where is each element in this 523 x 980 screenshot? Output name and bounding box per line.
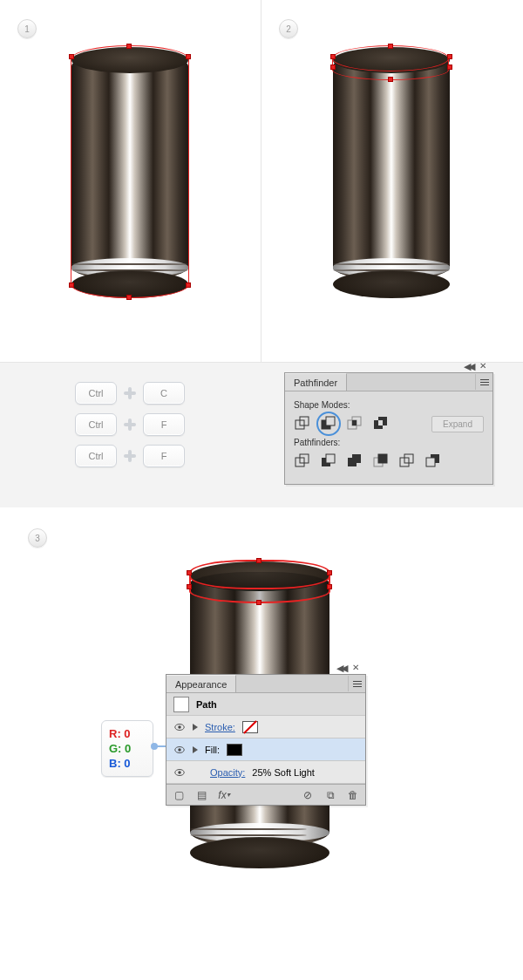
svg-rect-21 xyxy=(426,458,435,466)
shape-modes-label: Shape Modes: xyxy=(294,400,484,410)
appearance-opacity-row[interactable]: Opacity: 25% Soft Light xyxy=(166,761,365,784)
expand-button[interactable]: Expand xyxy=(431,416,484,432)
duplicate-item-icon[interactable]: ⧉ xyxy=(323,788,337,802)
crop-icon[interactable] xyxy=(372,453,390,470)
trim-icon[interactable] xyxy=(320,453,337,470)
panel-body: Path Stroke: Fill: Opacity: xyxy=(166,693,365,784)
svg-rect-13 xyxy=(326,454,335,463)
pathfinder-panel: Pathfinder Shape Modes: Expand Pathfinde… xyxy=(284,372,493,485)
shortcut-row: Ctrl F xyxy=(75,445,185,467)
opacity-value: 25% Soft Light xyxy=(252,767,315,778)
intersect-icon[interactable] xyxy=(346,415,363,432)
key-letter: C xyxy=(143,382,185,405)
layer-stack-icon[interactable]: ▤ xyxy=(194,788,208,802)
anchor-point xyxy=(69,54,74,59)
cylinder-bottom xyxy=(333,270,450,298)
appearance-object-row: Path xyxy=(166,693,365,716)
plus-icon xyxy=(124,419,136,431)
pathfinders-label: Pathfinders: xyxy=(294,438,484,447)
trash-icon[interactable]: 🗑 xyxy=(346,788,360,802)
key-label: F xyxy=(161,419,167,430)
panel-body: Shape Modes: Expand Pathfinders: xyxy=(285,391,492,484)
clear-appearance-icon[interactable]: ⊘ xyxy=(301,788,315,802)
anchor-point xyxy=(69,282,74,288)
object-thumbnail xyxy=(173,697,189,712)
collapse-icon[interactable]: ◀◀ xyxy=(464,361,472,372)
merge-icon[interactable] xyxy=(346,453,363,470)
step-panel-1: 1 xyxy=(0,0,262,363)
collapse-icon[interactable]: ◀◀ xyxy=(336,663,345,674)
anchor-point xyxy=(330,54,336,59)
anchor-point xyxy=(186,282,191,288)
rgb-b: B: 0 xyxy=(109,756,146,771)
anchor-point xyxy=(330,65,336,70)
anchor-point xyxy=(256,600,262,605)
disclosure-triangle-icon[interactable] xyxy=(193,724,198,731)
appearance-stroke-row[interactable]: Stroke: xyxy=(166,716,365,738)
panel-tabstrip-controls: ◀◀ ✕ xyxy=(284,359,493,372)
panel-menu-icon[interactable] xyxy=(475,374,492,390)
appearance-panel: Appearance Path Stroke: Fill: xyxy=(166,674,366,806)
panel-menu-icon[interactable] xyxy=(348,676,365,691)
outline-icon[interactable] xyxy=(398,453,416,470)
rgb-r: R: 0 xyxy=(109,726,146,741)
rgb-g: G: 0 xyxy=(109,741,146,756)
appearance-panel-wrap: ◀◀ ✕ Appearance Path Stroke: xyxy=(166,661,366,806)
keyboard-shortcuts: Ctrl C Ctrl F Ctrl F xyxy=(75,382,185,476)
step-number: 3 xyxy=(35,534,40,543)
plus-icon xyxy=(124,450,136,462)
opacity-link[interactable]: Opacity: xyxy=(210,767,245,778)
minus-back-icon[interactable] xyxy=(425,453,442,470)
anchor-point xyxy=(447,65,452,70)
step-badge: 2 xyxy=(279,19,298,38)
step-number: 1 xyxy=(24,24,30,34)
close-icon[interactable]: ✕ xyxy=(352,663,359,674)
pathfinders-row xyxy=(294,453,484,470)
anchor-point xyxy=(187,584,192,589)
anchor-point xyxy=(126,44,132,49)
fill-label: Fill: xyxy=(205,745,220,755)
key-ctrl: Ctrl xyxy=(75,413,117,436)
expand-label: Expand xyxy=(443,419,472,429)
fx-icon[interactable]: fx▾ xyxy=(217,788,231,802)
panel-tab[interactable]: Appearance xyxy=(166,675,236,692)
key-ctrl: Ctrl xyxy=(75,382,117,405)
step-badge: 1 xyxy=(17,19,37,38)
anchor-point xyxy=(256,558,262,563)
key-label: Ctrl xyxy=(88,451,103,461)
new-art-basic-icon[interactable]: ▢ xyxy=(172,788,186,802)
anchor-point xyxy=(126,295,132,300)
close-icon[interactable]: ✕ xyxy=(479,361,486,372)
disclosure-triangle-icon[interactable] xyxy=(193,746,198,753)
cylinder-bottom xyxy=(190,837,329,868)
stroke-swatch-none[interactable] xyxy=(242,721,258,733)
svg-rect-6 xyxy=(352,420,357,425)
svg-rect-17 xyxy=(378,454,387,463)
minus-front-icon[interactable] xyxy=(320,415,337,432)
key-label: C xyxy=(160,388,167,398)
rgb-callout: R: 0 G: 0 B: 0 xyxy=(101,720,153,777)
divide-icon[interactable] xyxy=(294,453,311,470)
exclude-icon[interactable] xyxy=(372,415,390,432)
middle-info-band: Ctrl C Ctrl F Ctrl F ◀◀ ✕ Pathfinder Sha… xyxy=(0,363,523,507)
appearance-fill-row[interactable]: Fill: xyxy=(166,738,365,761)
visibility-icon[interactable] xyxy=(173,744,186,756)
anchor-point xyxy=(388,77,393,82)
anchor-point xyxy=(388,44,393,49)
stroke-link[interactable]: Stroke: xyxy=(205,722,235,732)
visibility-icon[interactable] xyxy=(173,766,186,779)
anchor-point xyxy=(447,54,452,59)
visibility-icon[interactable] xyxy=(173,721,186,733)
fill-swatch-black[interactable] xyxy=(227,744,242,756)
shortcut-row: Ctrl C xyxy=(75,382,185,405)
unite-icon[interactable] xyxy=(294,415,311,432)
svg-point-25 xyxy=(178,748,181,752)
shortcut-row: Ctrl F xyxy=(75,413,185,436)
shape-modes-row: Expand xyxy=(294,415,484,432)
step-badge: 3 xyxy=(28,528,47,548)
svg-point-27 xyxy=(178,771,181,774)
cylinder-body xyxy=(333,52,450,281)
key-label: Ctrl xyxy=(88,419,103,430)
panel-tab[interactable]: Pathfinder xyxy=(285,373,347,391)
key-ctrl: Ctrl xyxy=(75,445,117,467)
